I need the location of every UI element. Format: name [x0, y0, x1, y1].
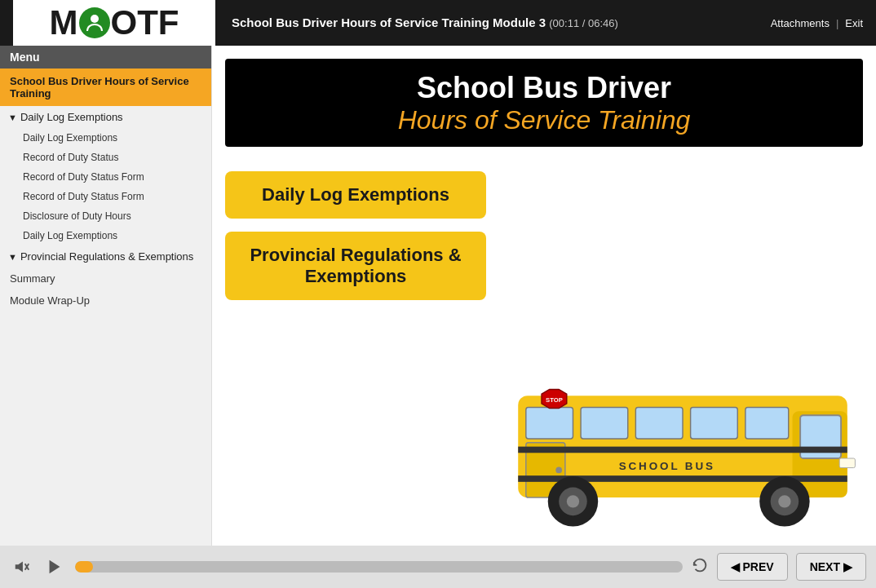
svg-point-18	[778, 495, 790, 507]
sidebar-item-daily-log-exemptions-1[interactable]: Daily Log Exemptions	[0, 128, 211, 148]
svg-rect-5	[581, 408, 628, 439]
school-bus-illustration: STOP SCHOOL BUS	[502, 345, 863, 533]
progress-bar-fill	[75, 561, 93, 573]
svg-marker-26	[50, 560, 60, 574]
banner-title-line2: Hours of Service Training	[233, 104, 855, 135]
sidebar-item-summary[interactable]: Summary	[0, 267, 211, 290]
prev-arrow-icon: ◀	[731, 560, 740, 573]
slide-banner: School Bus Driver Hours of Service Train…	[225, 59, 863, 147]
logo-circle	[79, 7, 110, 38]
menu-label: Menu	[0, 46, 211, 69]
content-panel: School Bus Driver Hours of Service Train…	[212, 46, 876, 546]
logo-area: M OTF	[13, 0, 215, 46]
logo-m: M	[50, 6, 78, 40]
svg-text:SCHOOL BUS: SCHOOL BUS	[619, 460, 715, 472]
sidebar-item-record-duty-status[interactable]: Record of Duty Status	[0, 148, 211, 167]
chevron-right-icon: ▼	[8, 252, 17, 262]
sidebar-section-daily-log: ▼ Daily Log Exemptions Daily Log Exempti…	[0, 106, 211, 245]
refresh-icon	[691, 556, 709, 574]
sidebar-item-module-wrap-up[interactable]: Module Wrap-Up	[0, 290, 211, 312]
chevron-down-icon: ▼	[8, 113, 17, 122]
next-arrow-icon: ▶	[843, 560, 852, 573]
top-bar: M OTF School Bus Driver Hours of Service…	[0, 0, 876, 46]
sidebar-section-header-provincial[interactable]: ▼ Provincial Regulations & Exemptions	[0, 245, 211, 267]
svg-rect-11	[518, 447, 847, 453]
sidebar-item-disclosure-duty-hours[interactable]: Disclosure of Duty Hours	[0, 206, 211, 226]
progress-bar-container[interactable]	[75, 561, 683, 573]
svg-text:STOP: STOP	[546, 396, 563, 404]
attachments-link[interactable]: Attachments	[771, 17, 830, 29]
main-content: Menu School Bus Driver Hours of Service …	[0, 46, 876, 546]
volume-icon	[13, 558, 31, 576]
time-display: (00:11 / 06:46)	[549, 17, 618, 29]
play-button[interactable]	[42, 555, 67, 579]
prev-button[interactable]: ◀ PREV	[717, 553, 788, 581]
top-actions: Attachments | Exit	[771, 17, 863, 29]
sidebar-item-record-duty-form-1[interactable]: Record of Duty Status Form	[0, 167, 211, 187]
next-button[interactable]: NEXT ▶	[796, 553, 866, 581]
play-icon	[46, 558, 64, 576]
sidebar-section-provincial: ▼ Provincial Regulations & Exemptions	[0, 245, 211, 267]
divider: |	[836, 17, 838, 29]
svg-rect-8	[745, 408, 789, 439]
svg-point-0	[91, 15, 99, 23]
module-title: School Bus Driver Hours of Service Train…	[232, 15, 618, 29]
exit-link[interactable]: Exit	[845, 17, 863, 29]
banner-title-line1: School Bus Driver	[233, 72, 855, 104]
svg-point-10	[555, 467, 562, 474]
svg-rect-4	[526, 408, 573, 439]
sidebar-item-record-duty-form-2[interactable]: Record of Duty Status Form	[0, 187, 211, 206]
svg-rect-6	[635, 408, 683, 439]
provincial-regulations-button[interactable]: Provincial Regulations & Exemptions	[225, 232, 486, 300]
svg-marker-23	[15, 562, 23, 573]
volume-button[interactable]	[10, 555, 34, 579]
sidebar: Menu School Bus Driver Hours of Service …	[0, 46, 212, 546]
sidebar-section-label-daily-log: Daily Log Exemptions	[20, 111, 123, 123]
sidebar-section-header-daily-log[interactable]: ▼ Daily Log Exemptions	[0, 106, 211, 128]
svg-rect-19	[839, 458, 855, 468]
sidebar-active-item[interactable]: School Bus Driver Hours of Service Train…	[0, 69, 211, 106]
sidebar-item-daily-log-exemptions-2[interactable]: Daily Log Exemptions	[0, 226, 211, 245]
logo-otf: OTF	[111, 6, 179, 40]
title-area: School Bus Driver Hours of Service Train…	[215, 15, 771, 30]
sidebar-section-label-provincial: Provincial Regulations & Exemptions	[20, 250, 193, 263]
bottom-bar: ◀ PREV NEXT ▶	[0, 546, 876, 588]
svg-rect-7	[691, 408, 738, 439]
slide-buttons: Daily Log Exemptions Provincial Regulati…	[225, 163, 486, 533]
slide-body: Daily Log Exemptions Provincial Regulati…	[225, 163, 863, 533]
svg-point-15	[567, 495, 579, 507]
daily-log-exemptions-button[interactable]: Daily Log Exemptions	[225, 171, 486, 219]
refresh-button[interactable]	[691, 556, 709, 578]
bus-image-area: STOP SCHOOL BUS	[502, 163, 863, 533]
logo: M OTF	[50, 6, 179, 40]
